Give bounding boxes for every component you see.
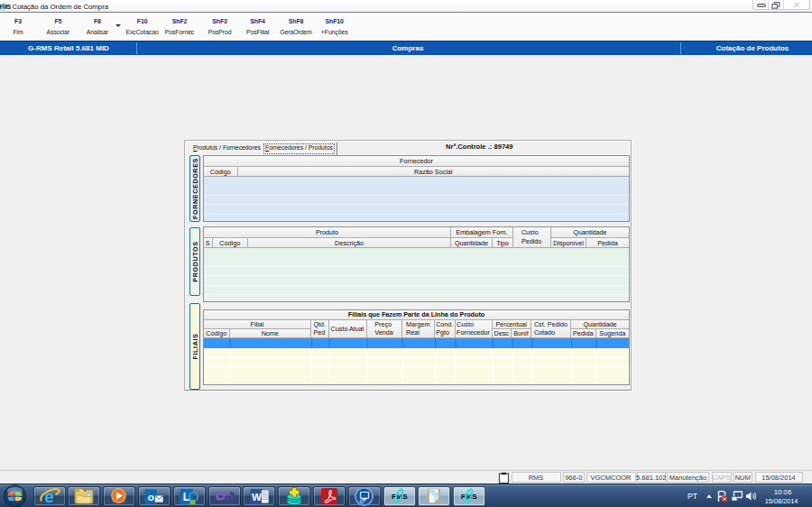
svg-text:o: o bbox=[148, 491, 154, 502]
svg-text:W: W bbox=[252, 492, 262, 502]
